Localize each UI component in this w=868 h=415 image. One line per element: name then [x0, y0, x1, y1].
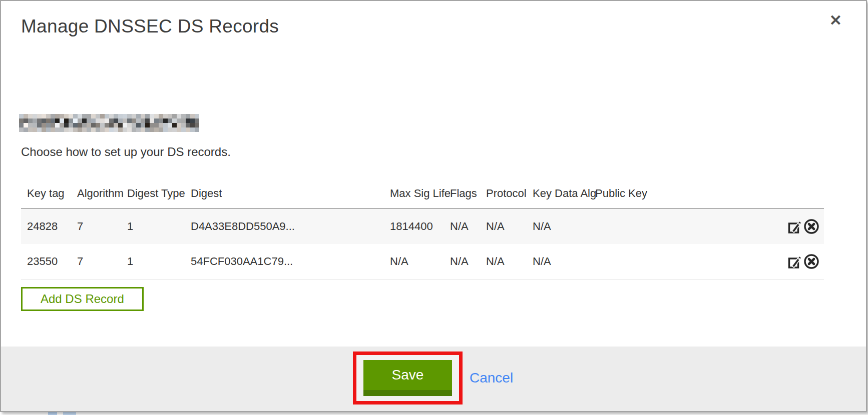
- edit-record-icon[interactable]: [787, 218, 803, 234]
- table-row: 24828 7 1 D4A33E8DD550A9... 1814400 N/A …: [21, 208, 824, 244]
- cell-algorithm: 7: [71, 208, 121, 244]
- cell-digest: D4A33E8DD550A9...: [185, 208, 384, 244]
- cell-protocol: N/A: [480, 208, 527, 244]
- screen: Manage DNSSEC DS Records ✕ Choose how to…: [0, 0, 868, 415]
- manage-dnssec-dialog: Manage DNSSEC DS Records ✕ Choose how to…: [0, 0, 867, 412]
- edit-record-icon[interactable]: [787, 254, 803, 270]
- cancel-link[interactable]: Cancel: [470, 370, 513, 386]
- table-header-row: Key tag Algorithm Digest Type Digest Max…: [21, 180, 824, 208]
- cell-key-data-alg: N/A: [527, 208, 589, 244]
- table-row: 23550 7 1 54FCF030AA1C79... N/A N/A N/A …: [21, 244, 824, 280]
- column-header-max-sig-life: Max Sig Life: [384, 180, 444, 208]
- cell-flags: N/A: [444, 244, 480, 280]
- column-header-protocol: Protocol: [480, 180, 527, 208]
- dialog-title: Manage DNSSEC DS Records: [21, 16, 279, 37]
- cell-public-key: [589, 208, 764, 244]
- ds-records-table-wrap: Key tag Algorithm Digest Type Digest Max…: [21, 180, 824, 280]
- delete-record-icon[interactable]: [803, 253, 820, 270]
- column-header-actions: [764, 180, 824, 208]
- cell-protocol: N/A: [480, 244, 527, 280]
- ds-records-table: Key tag Algorithm Digest Type Digest Max…: [21, 180, 824, 280]
- cell-key-data-alg: N/A: [527, 244, 589, 280]
- cell-digest-type: 1: [121, 208, 185, 244]
- footer-bar: Save Cancel: [1, 346, 866, 411]
- redacted-domain-name: [19, 114, 199, 132]
- cell-algorithm: 7: [71, 244, 121, 280]
- cell-max-sig-life: 1814400: [384, 208, 444, 244]
- cell-max-sig-life: N/A: [384, 244, 444, 280]
- cell-flags: N/A: [444, 208, 480, 244]
- cell-key-tag: 23550: [21, 244, 71, 280]
- instruction-text: Choose how to set up your DS records.: [21, 145, 231, 159]
- cell-digest-type: 1: [121, 244, 185, 280]
- close-icon[interactable]: ✕: [829, 13, 842, 28]
- column-header-public-key: Public Key: [589, 180, 764, 208]
- delete-record-icon[interactable]: [803, 218, 820, 235]
- save-button[interactable]: Save: [363, 360, 452, 396]
- row-actions: [764, 244, 824, 280]
- cell-digest: 54FCF030AA1C79...: [185, 244, 384, 280]
- column-header-digest-type: Digest Type: [121, 180, 185, 208]
- save-highlight-annotation: Save: [353, 352, 463, 404]
- column-header-algorithm: Algorithm: [71, 180, 121, 208]
- column-header-digest: Digest: [185, 180, 384, 208]
- footer-actions: Save Cancel: [353, 352, 513, 404]
- add-ds-record-button[interactable]: Add DS Record: [21, 287, 144, 311]
- cell-key-tag: 24828: [21, 208, 71, 244]
- column-header-key-data-alg: Key Data Alg: [527, 180, 589, 208]
- row-actions: [764, 208, 824, 244]
- cell-public-key: [589, 244, 764, 280]
- column-header-key-tag: Key tag: [21, 180, 71, 208]
